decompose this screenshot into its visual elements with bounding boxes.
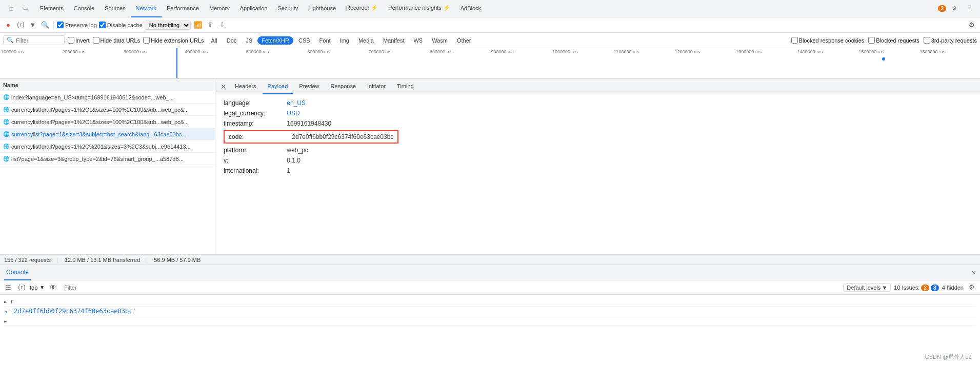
filter-js[interactable]: JS (242, 36, 256, 45)
payload-field: platform: web_pc (224, 147, 972, 154)
tab-sources[interactable]: Sources (99, 0, 130, 17)
device-icon[interactable]: ▭ (19, 3, 32, 15)
globe-icon: 🌐 (3, 94, 9, 100)
console-close-button[interactable]: × (972, 269, 976, 277)
timeline-label: 300000 ms (123, 49, 184, 56)
filter-font[interactable]: Font (315, 36, 335, 45)
resize-handle[interactable] (208, 79, 212, 91)
import-button[interactable]: ⇧ (205, 20, 215, 30)
settings-icon[interactable]: ⚙ (948, 3, 961, 15)
timeline-label: 500000 ms (245, 49, 306, 56)
filter-doc[interactable]: Doc (223, 36, 241, 45)
inspect-icon[interactable]: □ (5, 3, 17, 15)
record-button[interactable]: ● (3, 20, 13, 30)
throttle-select[interactable]: No throttling Fast 3G Slow 3G Offline (145, 21, 191, 30)
export-button[interactable]: ⇩ (217, 20, 228, 30)
filter-css[interactable]: CSS (294, 36, 314, 45)
payload-field: v: 0.1.0 (224, 157, 972, 164)
tab-performance-insights[interactable]: Performance insights ⚡ (383, 0, 455, 17)
disable-cache-checkbox[interactable]: Disable cache (99, 22, 143, 28)
console-header: Console × (0, 265, 980, 280)
devtools-tab-bar: □ ▭ Elements Console Sources Network Per… (0, 0, 980, 17)
console-arrow-right-3[interactable]: ► (4, 318, 7, 324)
timeline-marker-dot (882, 57, 885, 60)
payload-key: language: (224, 99, 285, 107)
list-item[interactable]: 🌐list?page=1&size=3&group_type=2&id=76&s… (0, 153, 215, 165)
tab-network[interactable]: Network (131, 0, 162, 17)
filter-img[interactable]: Img (336, 36, 353, 45)
globe-icon: 🌐 (3, 107, 9, 113)
globe-icon: 🌐 (3, 119, 9, 125)
console-clear-icon[interactable]: ⒭ (16, 282, 27, 293)
third-party-checkbox[interactable]: 3rd-party requests (924, 37, 977, 44)
filter-toggle-button[interactable]: ▼ (28, 20, 38, 30)
timeline-bar: 100000 ms200000 ms300000 ms400000 ms5000… (0, 48, 980, 79)
tab-security[interactable]: Security (272, 0, 303, 17)
filter-ws[interactable]: WS (409, 36, 427, 45)
resources-size: 56.9 MB / 57.9 MB (154, 257, 201, 263)
invert-checkbox[interactable]: Invert (68, 37, 90, 44)
console-sidebar-icon[interactable]: ☰ (3, 282, 13, 293)
filter-manifest[interactable]: Manifest (379, 36, 409, 45)
blocked-response-checkbox[interactable]: Blocked response cookies (791, 37, 865, 44)
clear-button[interactable]: ⒭ (15, 20, 26, 30)
console-settings-icon[interactable]: ⚙ (967, 282, 977, 293)
detail-panel: ✕ Headers Payload Preview Response Initi… (215, 79, 980, 254)
payload-field: international: 1 (224, 167, 972, 174)
list-item[interactable]: 🌐index?language=en_US×tamp=1699161940612… (0, 91, 215, 104)
console-arrow-left-2[interactable]: ◄ (4, 309, 7, 314)
filter-wasm[interactable]: Wasm (428, 36, 452, 45)
list-item[interactable]: 🌐currencylist?page=1&size=3&subject=hot_… (0, 128, 215, 140)
tab-adblock[interactable]: AdBlock (455, 0, 486, 17)
timeline-label: 1600000 ms (919, 49, 980, 56)
timeline-label: 900000 ms (490, 49, 551, 56)
console-toolbar: ☰ ⒭ top ▼ 👁 Default levels ▼ 10 Issues: … (0, 280, 980, 295)
filter-input[interactable] (16, 37, 62, 44)
detail-tab-initiator[interactable]: Initiator (362, 79, 391, 94)
request-list: 🌐index?language=en_US×tamp=1699161940612… (0, 91, 215, 165)
filter-fetch-xhr[interactable]: Fetch/XHR (257, 36, 293, 45)
detail-tab-timing[interactable]: Timing (392, 79, 419, 94)
preserve-log-checkbox[interactable]: Preserve log (57, 22, 97, 28)
tab-console[interactable]: Console (69, 0, 99, 17)
hide-data-urls-checkbox[interactable]: Hide data URLs (93, 37, 141, 44)
detail-tab-preview[interactable]: Preview (294, 79, 324, 94)
console-tab-label[interactable]: Console (4, 265, 31, 280)
list-item[interactable]: 🌐currencylistforall?pages=1%2C1&sizes=10… (0, 104, 215, 116)
right-icons: 2 ⚙ ⋮ (938, 3, 978, 15)
tab-application[interactable]: Application (235, 0, 273, 17)
wifi-icon[interactable]: 📶 (193, 20, 203, 30)
payload-value: USD (287, 110, 299, 117)
timeline-labels: 100000 ms200000 ms300000 ms400000 ms5000… (0, 49, 980, 56)
list-item[interactable]: 🌐currencylistforall?pages=1%2C%201&sizes… (0, 140, 215, 153)
tab-lighthouse[interactable]: Lighthouse (303, 0, 341, 17)
filter-other[interactable]: Other (453, 36, 475, 45)
detail-tab-response[interactable]: Response (325, 79, 361, 94)
settings-network-icon[interactable]: ⚙ (967, 20, 977, 30)
filter-all[interactable]: All (207, 36, 222, 45)
detail-close-button[interactable]: ✕ (218, 82, 229, 92)
hide-extension-checkbox[interactable]: Hide extension URLs (143, 37, 204, 44)
tab-recorder[interactable]: Recorder ⚡ (341, 0, 383, 17)
console-filter-input[interactable] (61, 283, 840, 292)
console-levels-dropdown[interactable]: Default levels ▼ (843, 283, 891, 292)
detail-tab-payload[interactable]: Payload (263, 79, 293, 94)
globe-icon: 🌐 (3, 156, 9, 162)
filter-media[interactable]: Media (354, 36, 378, 45)
more-tools-icon[interactable]: ⋮ (963, 3, 975, 15)
tab-memory[interactable]: Memory (204, 0, 235, 17)
console-eye-icon[interactable]: 👁 (48, 282, 58, 293)
detail-tab-headers[interactable]: Headers (230, 79, 262, 94)
console-context-dropdown[interactable]: ▼ (39, 285, 45, 290)
console-arrow-right-1[interactable]: ► (4, 299, 7, 305)
tab-performance[interactable]: Performance (162, 0, 204, 17)
timeline-label: 1300000 ms (735, 49, 796, 56)
watermark: CSDN @局外人LZ (925, 353, 972, 360)
list-item[interactable]: 🌐currencylistforall?pages=1%2C1&sizes=10… (0, 116, 215, 128)
blocked-requests-checkbox[interactable]: Blocked requests (868, 37, 919, 44)
payload-field: language: en_US (224, 99, 972, 107)
tab-elements[interactable]: Elements (35, 0, 69, 17)
globe-icon: 🌐 (3, 131, 9, 137)
requests-count: 155 / 322 requests (4, 257, 51, 263)
search-button[interactable]: 🔍 (40, 20, 50, 30)
